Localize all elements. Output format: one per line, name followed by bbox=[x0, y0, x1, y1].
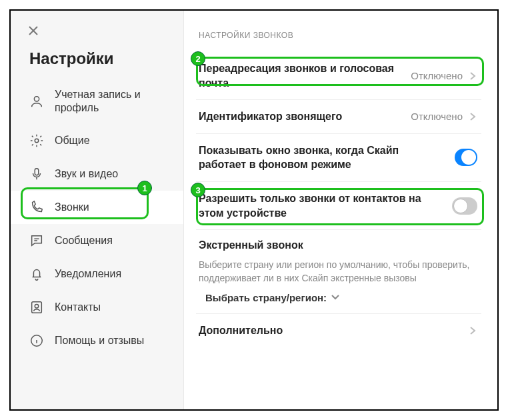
chevron-right-icon bbox=[468, 71, 477, 81]
chat-icon bbox=[29, 233, 44, 248]
sidebar-item-label: Звук и видео bbox=[55, 167, 118, 181]
emergency-desc: Выберите страну или регион по умолчанию,… bbox=[199, 258, 477, 285]
settings-sidebar: Настройки Учетная запись и профиль Общие… bbox=[11, 11, 184, 409]
svg-point-4 bbox=[35, 304, 39, 308]
chevron-down-icon bbox=[331, 292, 340, 303]
emergency-title: Экстренный звонок bbox=[199, 239, 477, 251]
row-label: Идентификатор звонящего bbox=[199, 109, 350, 124]
phone-icon bbox=[29, 200, 44, 215]
gear-icon bbox=[29, 133, 44, 148]
sidebar-item-calling[interactable]: Звонки bbox=[11, 191, 183, 224]
toggle-contacts-only[interactable] bbox=[452, 197, 477, 215]
row-advanced[interactable]: Дополнительно bbox=[196, 314, 481, 347]
user-icon bbox=[29, 94, 44, 109]
svg-point-0 bbox=[34, 97, 39, 101]
annotation-badge-2: 2 bbox=[191, 51, 205, 66]
row-label: Разрешить только звонки от контактов на … bbox=[199, 191, 452, 220]
sidebar-item-label: Контакты bbox=[55, 301, 101, 314]
row-call-forwarding[interactable]: Переадресация звонков и голосовая почта … bbox=[196, 52, 481, 100]
sidebar-item-label: Учетная запись и профиль bbox=[55, 88, 165, 115]
svg-point-1 bbox=[35, 139, 39, 143]
chevron-right-icon bbox=[468, 326, 477, 335]
microphone-icon bbox=[29, 167, 44, 181]
row-emergency: Экстренный звонок Выберите страну или ре… bbox=[196, 230, 481, 314]
row-label: Дополнительно bbox=[199, 323, 291, 338]
settings-title: Настройки bbox=[11, 41, 183, 79]
sidebar-item-label: Уведомления bbox=[55, 267, 121, 281]
sidebar-item-audio-video[interactable]: Звук и видео bbox=[11, 157, 183, 191]
row-value: Отключено bbox=[411, 70, 463, 81]
row-label: Переадресация звонков и голосовая почта bbox=[199, 61, 411, 90]
annotation-badge-3: 3 bbox=[191, 183, 205, 197]
sidebar-item-label: Общие bbox=[55, 134, 90, 147]
info-icon bbox=[29, 333, 44, 348]
bell-icon bbox=[29, 267, 44, 281]
sidebar-item-label: Сообщения bbox=[55, 234, 113, 247]
select-label: Выбрать страну/регион: bbox=[205, 292, 327, 303]
contacts-icon bbox=[29, 300, 44, 315]
annotation-badge-1: 1 bbox=[137, 181, 152, 195]
close-button[interactable] bbox=[23, 20, 44, 41]
row-value: Отключено bbox=[411, 111, 463, 122]
sidebar-item-help[interactable]: Помощь и отзывы bbox=[11, 324, 183, 357]
emergency-country-select[interactable]: Выбрать страну/регион: bbox=[199, 292, 340, 303]
sidebar-item-label: Помощь и отзывы bbox=[55, 334, 144, 347]
toggle-show-call-window[interactable] bbox=[455, 149, 477, 166]
sidebar-item-notifications[interactable]: Уведомления bbox=[11, 257, 183, 291]
row-show-call-window: Показывать окно звонка, когда Скайп рабо… bbox=[196, 134, 481, 182]
sidebar-item-account[interactable]: Учетная запись и профиль bbox=[11, 79, 183, 124]
chevron-right-icon bbox=[468, 112, 477, 121]
section-title: НАСТРОЙКИ ЗВОНКОВ bbox=[196, 31, 481, 40]
sidebar-item-contacts[interactable]: Контакты bbox=[11, 291, 183, 324]
sidebar-item-label: Звонки bbox=[55, 201, 89, 214]
sidebar-item-messaging[interactable]: Сообщения bbox=[11, 224, 183, 257]
row-label: Показывать окно звонка, когда Скайп рабо… bbox=[199, 143, 455, 172]
row-caller-id[interactable]: Идентификатор звонящего Отключено bbox=[196, 100, 481, 134]
svg-rect-3 bbox=[32, 302, 42, 313]
row-contacts-only: Разрешить только звонки от контактов на … bbox=[196, 182, 481, 230]
settings-main: НАСТРОЙКИ ЗВОНКОВ Переадресация звонков … bbox=[184, 11, 497, 409]
svg-rect-2 bbox=[35, 169, 39, 175]
sidebar-item-general[interactable]: Общие bbox=[11, 124, 183, 157]
